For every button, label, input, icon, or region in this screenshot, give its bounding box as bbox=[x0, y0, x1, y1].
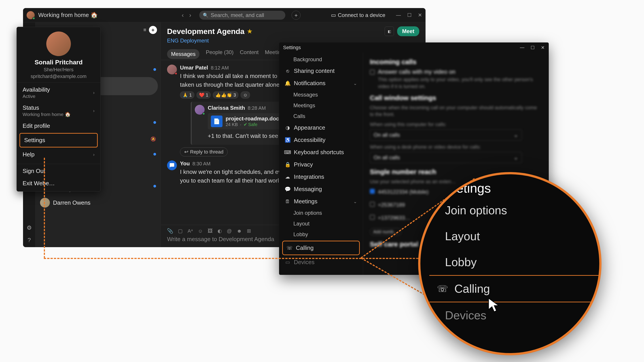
profile-avatar-large[interactable] bbox=[46, 31, 71, 56]
checkbox-video-on[interactable] bbox=[370, 70, 375, 75]
avatar[interactable] bbox=[167, 64, 177, 74]
emoji-icon[interactable]: ☺ bbox=[198, 228, 203, 234]
more-icon[interactable]: ⊞ bbox=[247, 228, 251, 234]
profile-avatar[interactable] bbox=[26, 11, 35, 19]
magnifier-callout: Meetings Join options Layout Lobby ☏ Cal… bbox=[418, 172, 602, 355]
self-avatar[interactable] bbox=[167, 160, 177, 170]
minimize-button[interactable]: — bbox=[520, 45, 524, 50]
nav-messaging[interactable]: 💬Messaging bbox=[279, 183, 363, 195]
search-placeholder: Search, meet, and call bbox=[211, 12, 264, 18]
cursor-icon bbox=[488, 297, 501, 313]
space-item[interactable]: Darren Owens bbox=[36, 195, 160, 210]
reaction[interactable]: 👍👍👏 3 bbox=[213, 91, 238, 98]
reaction[interactable]: 🙏 1 bbox=[180, 91, 194, 98]
bitmoji-icon[interactable]: ☻ bbox=[237, 228, 242, 234]
settings-title: Settings bbox=[283, 45, 301, 50]
nav-layout[interactable]: Layout bbox=[279, 218, 363, 229]
nav-meetings[interactable]: 🗓Meetings⌄ bbox=[279, 195, 363, 208]
tab-people[interactable]: People (30) bbox=[206, 49, 234, 60]
nav-notif-messages[interactable]: Messages bbox=[279, 89, 363, 100]
appearance-icon: ◑ bbox=[285, 125, 290, 131]
lock-icon: 🔒 bbox=[285, 162, 290, 168]
reaction[interactable]: ❤️ 1 bbox=[196, 91, 211, 98]
titlebar: Working from home 🏠 ‹ › 🔍 Search, meet, … bbox=[23, 8, 426, 22]
search-icon: 🔍 bbox=[203, 12, 208, 18]
mention-icon[interactable]: @ bbox=[227, 228, 232, 234]
maximize-button[interactable]: ☐ bbox=[407, 12, 412, 18]
profile-dropdown: Sonali Pritchard She/Her/Hers spritchard… bbox=[16, 27, 100, 192]
mag-layout[interactable]: Layout bbox=[429, 223, 599, 249]
meetings-icon: 🗓 bbox=[285, 199, 290, 204]
nav-privacy[interactable]: 🔒Privacy bbox=[279, 158, 363, 171]
unread-indicator bbox=[154, 153, 156, 156]
profile-pronouns: She/Her/Hers bbox=[17, 67, 100, 73]
profile-name: Sonali Pritchard bbox=[17, 59, 100, 66]
apps-button[interactable]: ◧ bbox=[384, 26, 394, 36]
nav-join-options[interactable]: Join options bbox=[279, 208, 363, 218]
add-space-button[interactable]: ＋ bbox=[149, 26, 157, 34]
checkbox-number[interactable] bbox=[370, 202, 375, 207]
add-reaction[interactable]: ☺ bbox=[240, 91, 250, 98]
new-action-button[interactable]: ＋ bbox=[292, 11, 300, 20]
menu-help[interactable]: Help› bbox=[17, 148, 100, 161]
nav-background[interactable]: Background bbox=[279, 54, 363, 65]
gear-icon[interactable]: ⚙ bbox=[26, 224, 32, 231]
phone-icon: ☏ bbox=[287, 245, 292, 251]
attach-icon[interactable]: 📎 bbox=[167, 228, 173, 234]
dropdown-desk-phone[interactable]: On all calls⌄ bbox=[370, 152, 522, 163]
mag-devices[interactable]: Devices bbox=[429, 302, 599, 328]
connect-device-button[interactable]: ▭ Connect to a device bbox=[331, 12, 385, 18]
add-number-button[interactable]: Add numb… bbox=[370, 228, 402, 236]
search-input[interactable]: 🔍 Search, meet, and call bbox=[199, 11, 285, 20]
menu-edit-profile[interactable]: Edit profile bbox=[17, 120, 100, 132]
close-button[interactable]: ✕ bbox=[418, 12, 422, 18]
keyboard-icon: ⌨ bbox=[285, 149, 290, 155]
menu-availability[interactable]: AvailabilityActive › bbox=[17, 84, 100, 102]
settings-titlebar: Settings — ☐ ✕ bbox=[279, 42, 549, 53]
nav-notif-calls[interactable]: Calls bbox=[279, 111, 363, 122]
help-icon[interactable]: ? bbox=[28, 237, 31, 244]
minimize-button[interactable]: — bbox=[396, 12, 401, 18]
menu-status[interactable]: StatusWorking from home 🏠 › bbox=[17, 102, 100, 120]
nav-notifications[interactable]: 🔔Notifications⌄ bbox=[279, 77, 363, 89]
checkbox-number[interactable] bbox=[370, 189, 375, 194]
mag-calling[interactable]: ☏ Calling bbox=[429, 275, 599, 302]
unread-indicator bbox=[154, 185, 156, 187]
nav-back-button[interactable]: ‹ bbox=[182, 12, 184, 19]
status-text[interactable]: Working from home 🏠 bbox=[38, 12, 98, 18]
presence-indicator bbox=[32, 17, 35, 20]
meet-button[interactable]: Meet bbox=[397, 26, 419, 36]
tab-content[interactable]: Content bbox=[240, 49, 258, 60]
share-icon: ⎋ bbox=[285, 68, 290, 74]
reply-thread-button[interactable]: ↩ Reply to thread bbox=[180, 147, 228, 156]
checkbox-number[interactable] bbox=[370, 215, 375, 220]
nav-sharing[interactable]: ⎋Sharing content bbox=[279, 65, 363, 77]
menu-settings[interactable]: Settings bbox=[20, 133, 98, 147]
chevron-right-icon: › bbox=[93, 90, 94, 95]
chevron-down-icon: ⌄ bbox=[353, 81, 357, 86]
close-button[interactable]: ✕ bbox=[541, 45, 545, 50]
mag-join-options[interactable]: Join options bbox=[429, 197, 599, 223]
favorite-star-icon[interactable]: ★ bbox=[247, 28, 252, 35]
nav-keyboard[interactable]: ⌨Keyboard shortcuts bbox=[279, 146, 363, 158]
sticker-icon[interactable]: ◐ bbox=[218, 228, 222, 234]
nav-integrations[interactable]: ☁Integrations bbox=[279, 171, 363, 183]
nav-forward-button[interactable]: › bbox=[189, 12, 191, 19]
filter-icon[interactable]: ≡ bbox=[143, 27, 146, 33]
gif-icon[interactable]: 🖼 bbox=[208, 228, 213, 234]
nav-calling[interactable]: ☏Calling bbox=[282, 241, 360, 255]
device-icon: ▭ bbox=[331, 12, 336, 18]
menu-sign-out[interactable]: Sign Out bbox=[17, 165, 100, 177]
nav-notif-meetings[interactable]: Meetings bbox=[279, 100, 363, 111]
menu-exit[interactable]: Exit Webe… bbox=[17, 177, 100, 189]
nav-lobby[interactable]: Lobby bbox=[279, 229, 363, 240]
nav-accessibility[interactable]: ♿Accessibility bbox=[279, 134, 363, 146]
mag-lobby[interactable]: Lobby bbox=[429, 249, 599, 275]
dropdown-computer-calls[interactable]: On all calls⌄ bbox=[370, 129, 522, 141]
section-incoming-calls: Incoming calls bbox=[370, 58, 542, 66]
tab-messages[interactable]: Messages bbox=[167, 49, 200, 59]
nav-appearance[interactable]: ◑Appearance bbox=[279, 122, 363, 134]
maximize-button[interactable]: ☐ bbox=[531, 45, 535, 50]
screenshot-icon[interactable]: ▢ bbox=[178, 228, 183, 234]
format-icon[interactable]: Aᵃ bbox=[188, 228, 193, 234]
